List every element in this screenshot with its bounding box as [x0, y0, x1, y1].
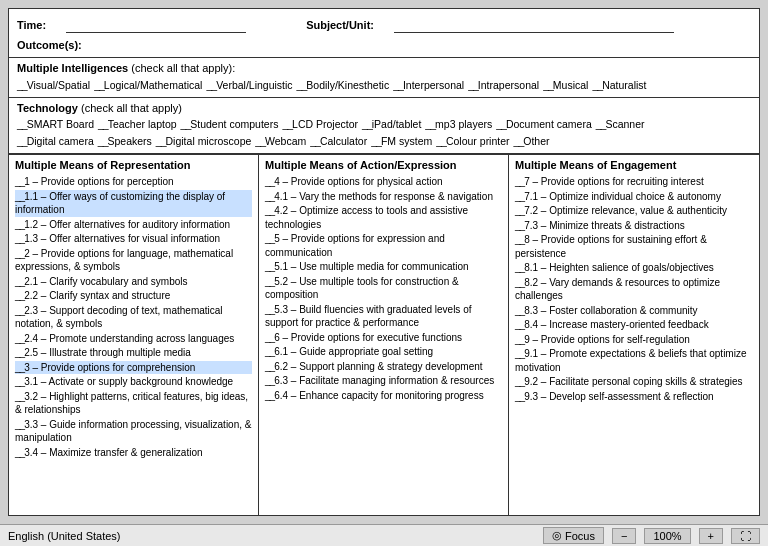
focus-button[interactable]: ◎ Focus: [543, 527, 604, 544]
mmae-item-6-1[interactable]: 6.1 – Guide appropriate goal setting: [265, 345, 502, 359]
mi-checkboxes: Visual/Spatial Logical/Mathematical Verb…: [17, 77, 751, 93]
mmr-column: Multiple Means of Representation 1 – Pro…: [9, 155, 259, 515]
mmr-item-2-1[interactable]: 2.1 – Clarify vocabulary and symbols: [15, 275, 252, 289]
mme-item-9[interactable]: 9 – Provide options for self-regulation: [515, 333, 753, 347]
mme-item-8-2[interactable]: 8.2 – Vary demands & resources to optimi…: [515, 276, 753, 303]
tech-digital-camera[interactable]: Digital camera: [17, 135, 94, 147]
focus-icon: ◎: [552, 529, 562, 542]
mme-header: Multiple Means of Engagement: [515, 159, 753, 171]
tech-lcd-projector[interactable]: LCD Projector: [282, 118, 358, 130]
mi-naturalist[interactable]: Naturalist: [592, 79, 646, 91]
mme-item-7-3[interactable]: 7.3 – Minimize threats & distractions: [515, 219, 753, 233]
mmae-item-6-2[interactable]: 6.2 – Support planning & strategy develo…: [265, 360, 502, 374]
mi-intrapersonal[interactable]: Intrapersonal: [468, 79, 539, 91]
mmae-item-5[interactable]: 5 – Provide options for expression and c…: [265, 232, 502, 259]
tech-title: Technology: [17, 102, 78, 114]
mmr-item-1-3[interactable]: 1.3 – Offer alternatives for visual info…: [15, 232, 252, 246]
mmae-item-6-4[interactable]: 6.4 – Enhance capacity for monitoring pr…: [265, 389, 502, 403]
mmr-item-3-2[interactable]: 3.2 – Highlight patterns, critical featu…: [15, 390, 252, 417]
mme-item-8-1[interactable]: 8.1 – Heighten salience of goals/objecti…: [515, 261, 753, 275]
mmae-item-5-1[interactable]: 5.1 – Use multiple media for communicati…: [265, 260, 502, 274]
tech-student-computers[interactable]: Student computers: [181, 118, 279, 130]
mi-logical-math[interactable]: Logical/Mathematical: [94, 79, 202, 91]
mmr-item-1-1[interactable]: 1.1 – Offer ways of customizing the disp…: [15, 190, 252, 217]
zoom-in-icon: +: [708, 530, 714, 542]
mme-item-9-2[interactable]: 9.2 – Facilitate personal coping skills …: [515, 375, 753, 389]
mmae-item-6[interactable]: 6 – Provide options for executive functi…: [265, 331, 502, 345]
mmr-item-3-3[interactable]: 3.3 – Guide information processing, visu…: [15, 418, 252, 445]
mmae-item-4-2[interactable]: 4.2 – Optimize access to tools and assis…: [265, 204, 502, 231]
mme-item-9-1[interactable]: 9.1 – Promote expectations & beliefs tha…: [515, 347, 753, 374]
tech-row1: SMART Board Teacher laptop Student compu…: [17, 116, 751, 132]
tech-row2: Digital camera Speakers Digital microsco…: [17, 133, 751, 149]
mmae-item-6-3[interactable]: 6.3 – Facilitate managing information & …: [265, 374, 502, 388]
tech-scanner[interactable]: Scanner: [596, 118, 645, 130]
mmr-item-3-1[interactable]: 3.1 – Activate or supply background know…: [15, 375, 252, 389]
zoom-out-icon: −: [621, 530, 627, 542]
mme-item-8-3[interactable]: 8.3 – Foster collaboration & community: [515, 304, 753, 318]
fit-page-button[interactable]: ⛶: [731, 528, 760, 544]
mi-title: Multiple Intelligences: [17, 62, 128, 74]
language-indicator: English (United States): [8, 530, 121, 542]
tech-smart-board[interactable]: SMART Board: [17, 118, 94, 130]
mmr-item-3-4[interactable]: 3.4 – Maximize transfer & generalization: [15, 446, 252, 460]
subject-label: Subject/Unit:: [306, 19, 374, 31]
subject-field[interactable]: [394, 19, 674, 33]
mmr-item-1-2[interactable]: 1.2 – Offer alternatives for auditory in…: [15, 218, 252, 232]
mi-subtitle: (check all that apply):: [131, 62, 235, 74]
tech-speakers[interactable]: Speakers: [98, 135, 152, 147]
mme-item-7[interactable]: 7 – Provide options for recruiting inter…: [515, 175, 753, 189]
tech-calculator[interactable]: Calculator: [310, 135, 367, 147]
tech-ipad[interactable]: iPad/tablet: [362, 118, 421, 130]
zoom-level-label: 100%: [653, 530, 681, 542]
zoom-in-button[interactable]: +: [699, 528, 723, 544]
mmae-item-5-2[interactable]: 5.2 – Use multiple tools for constructio…: [265, 275, 502, 302]
mi-interpersonal[interactable]: Interpersonal: [393, 79, 464, 91]
tech-digital-microscope[interactable]: Digital microscope: [156, 135, 251, 147]
mmr-item-2-2[interactable]: 2.2 – Clarify syntax and structure: [15, 289, 252, 303]
mi-musical[interactable]: Musical: [543, 79, 588, 91]
mmr-item-2-5[interactable]: 2.5 – Illustrate through multiple media: [15, 346, 252, 360]
mme-item-7-1[interactable]: 7.1 – Optimize individual choice & auton…: [515, 190, 753, 204]
mmae-column: Multiple Means of Action/Expression 4 – …: [259, 155, 509, 515]
mme-item-9-3[interactable]: 9.3 – Develop self-assessment & reflecti…: [515, 390, 753, 404]
time-field[interactable]: [66, 19, 246, 33]
mi-verbal[interactable]: Verbal/Linguistic: [206, 79, 292, 91]
mmr-item-2[interactable]: 2 – Provide options for language, mathem…: [15, 247, 252, 274]
tech-colour-printer[interactable]: Colour printer: [436, 135, 509, 147]
focus-label: Focus: [565, 530, 595, 542]
mmae-item-4[interactable]: 4 – Provide options for physical action: [265, 175, 502, 189]
mmr-item-2-3[interactable]: 2.3 – Support decoding of text, mathemat…: [15, 304, 252, 331]
outcomes-label: Outcome(s):: [17, 39, 82, 51]
tech-teacher-laptop[interactable]: Teacher laptop: [98, 118, 177, 130]
zoom-out-button[interactable]: −: [612, 528, 636, 544]
mme-column: Multiple Means of Engagement 7 – Provide…: [509, 155, 759, 515]
mme-item-8-4[interactable]: 8.4 – Increase mastery-oriented feedback: [515, 318, 753, 332]
tech-fm-system[interactable]: FM system: [371, 135, 432, 147]
tech-subtitle: (check all that apply): [81, 102, 182, 114]
mmae-header: Multiple Means of Action/Expression: [265, 159, 502, 171]
tech-doc-camera[interactable]: Document camera: [496, 118, 591, 130]
tech-webcam[interactable]: Webcam: [255, 135, 306, 147]
mme-item-8[interactable]: 8 – Provide options for sustaining effor…: [515, 233, 753, 260]
mmae-item-4-1[interactable]: 4.1 – Vary the methods for response & na…: [265, 190, 502, 204]
mi-visual-spatial[interactable]: Visual/Spatial: [17, 79, 90, 91]
time-label: Time:: [17, 19, 46, 31]
mmr-item-1[interactable]: 1 – Provide options for perception: [15, 175, 252, 189]
fit-page-icon: ⛶: [740, 530, 751, 542]
zoom-level-button[interactable]: 100%: [644, 528, 690, 544]
tech-mp3[interactable]: mp3 players: [425, 118, 492, 130]
tech-other[interactable]: Other: [514, 135, 550, 147]
mi-bodily[interactable]: Bodily/Kinesthetic: [297, 79, 390, 91]
mmae-item-5-3[interactable]: 5.3 – Build fluencies with graduated lev…: [265, 303, 502, 330]
mmr-header: Multiple Means of Representation: [15, 159, 252, 171]
mmr-item-3[interactable]: 3 – Provide options for comprehension: [15, 361, 252, 375]
mme-item-7-2[interactable]: 7.2 – Optimize relevance, value & authen…: [515, 204, 753, 218]
status-bar: English (United States) ◎ Focus − 100% +…: [0, 524, 768, 546]
mmr-item-2-4[interactable]: 2.4 – Promote understanding across langu…: [15, 332, 252, 346]
